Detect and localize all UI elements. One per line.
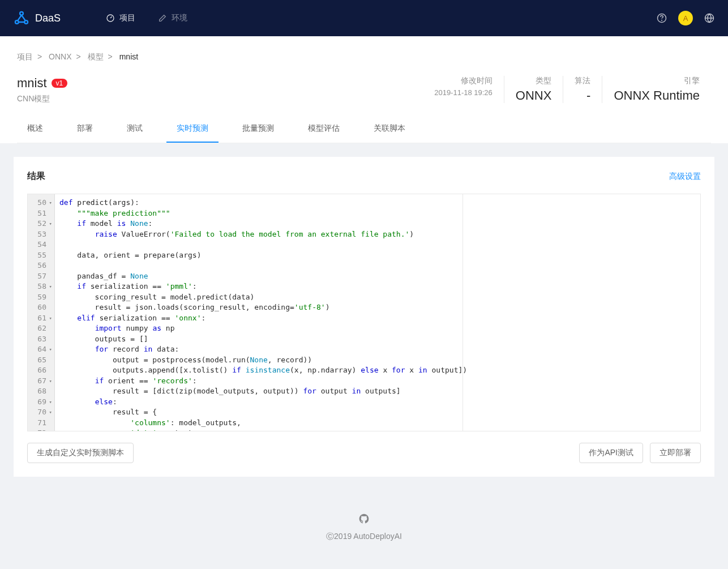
gutter-line: 61▾	[30, 313, 52, 324]
tab-5[interactable]: 模型评估	[298, 115, 350, 143]
breadcrumb-link[interactable]: ONNX	[49, 52, 71, 61]
help-icon[interactable]	[657, 13, 667, 23]
tab-0[interactable]: 概述	[17, 115, 53, 143]
gutter-line: 69▾	[30, 397, 52, 408]
gutter-line: 52▾	[30, 219, 52, 229]
tab-3[interactable]: 实时预测	[166, 115, 219, 143]
dashboard-icon	[106, 14, 115, 23]
advanced-settings-link[interactable]: 高级设置	[669, 172, 701, 182]
meta-item: 修改时间2019-11-18 19:26	[423, 76, 504, 103]
gutter-line: 50▾	[30, 198, 52, 208]
gutter-line: 62	[30, 323, 52, 334]
gutter-line: 64▾	[30, 344, 52, 355]
gutter-line: 58▾	[30, 281, 52, 292]
gutter-line: 70▾	[30, 407, 52, 418]
meta-value: -	[575, 88, 590, 103]
breadcrumb: 项目> ONNX> 模型> mnist	[17, 45, 711, 69]
breadcrumb-link[interactable]: 项目	[17, 52, 33, 61]
gutter-line: 68	[30, 386, 52, 397]
gutter-line: 67▾	[30, 376, 52, 387]
nav-item-environments[interactable]: 环境	[158, 13, 187, 23]
meta-item: 引擎ONNX Runtime	[602, 76, 711, 103]
tabs: 概述部署测试实时预测批量预测模型评估关联脚本	[17, 115, 711, 143]
gutter-line: 65	[30, 355, 52, 366]
test-api-button[interactable]: 作为API测试	[579, 443, 643, 463]
editor-code[interactable]: def predict(args): """make prediction"""…	[55, 194, 700, 431]
gutter-line: 53	[30, 229, 52, 240]
avatar[interactable]: A	[678, 11, 693, 25]
deploy-button[interactable]: 立即部署	[650, 443, 701, 463]
footer: Ⓒ2019 AutoDeployAI	[0, 490, 728, 564]
edit-icon	[158, 14, 167, 23]
svg-point-0	[20, 12, 23, 15]
tab-6[interactable]: 关联脚本	[363, 115, 416, 143]
gutter-line: 57	[30, 271, 52, 282]
github-icon[interactable]	[358, 513, 370, 526]
logo-text: DaaS	[35, 12, 61, 24]
meta-label: 类型	[516, 76, 552, 86]
gutter-line: 60	[30, 302, 52, 313]
version-badge: v1	[52, 79, 68, 88]
globe-icon[interactable]	[704, 13, 714, 23]
gutter-line: 59	[30, 292, 52, 303]
breadcrumb-current: mnist	[119, 52, 138, 61]
header-right: A	[657, 11, 714, 25]
page-subtitle: CNN模型	[17, 94, 423, 104]
page-title: mnist	[17, 76, 47, 91]
meta-label: 引擎	[614, 76, 700, 86]
breadcrumb-link[interactable]: 模型	[88, 52, 104, 61]
nav-label: 项目	[119, 13, 135, 23]
meta-value: ONNX Runtime	[614, 88, 700, 103]
meta-value: 2019-11-18 19:26	[434, 88, 493, 97]
logo-area[interactable]: DaaS	[14, 10, 61, 26]
gutter-line: 71	[30, 418, 52, 429]
gutter-line: 72	[30, 428, 52, 431]
result-panel: 结果 高级设置 50▾5152▾535455565758▾596061▾6263…	[14, 157, 714, 477]
svg-point-5	[662, 20, 662, 20]
meta-item: 类型ONNX	[504, 76, 563, 103]
panel-title: 结果	[27, 170, 45, 182]
gutter-line: 56	[30, 260, 52, 271]
nav-item-projects[interactable]: 项目	[106, 13, 135, 23]
logo-icon	[14, 10, 29, 26]
meta-grid: 修改时间2019-11-18 19:26类型ONNX算法-引擎ONNX Runt…	[423, 76, 711, 103]
content-header-area: 项目> ONNX> 模型> mnist mnist v1 CNN模型 修改时间2…	[0, 36, 728, 143]
editor-gutter: 50▾5152▾535455565758▾596061▾626364▾65666…	[28, 194, 55, 431]
gutter-line: 66	[30, 365, 52, 376]
tab-4[interactable]: 批量预测	[232, 115, 284, 143]
gutter-line: 54	[30, 239, 52, 250]
nav-items: 项目 环境	[106, 13, 657, 23]
copyright-text: Ⓒ2019 AutoDeployAI	[0, 532, 728, 542]
gutter-line: 51	[30, 208, 52, 219]
nav-label: 环境	[172, 13, 187, 23]
gutter-line: 63	[30, 334, 52, 345]
editor-margin-line	[463, 194, 463, 431]
meta-label: 修改时间	[434, 76, 493, 86]
page-header: mnist v1 CNN模型 修改时间2019-11-18 19:26类型ONN…	[17, 69, 711, 115]
gutter-line: 55	[30, 250, 52, 261]
meta-value: ONNX	[516, 88, 552, 103]
generate-script-button[interactable]: 生成自定义实时预测脚本	[27, 443, 134, 463]
meta-item: 算法-	[563, 76, 602, 103]
code-editor[interactable]: 50▾5152▾535455565758▾596061▾626364▾65666…	[27, 194, 701, 431]
app-header: DaaS 项目 环境 A	[0, 0, 728, 36]
meta-label: 算法	[575, 76, 590, 86]
tab-2[interactable]: 测试	[117, 115, 153, 143]
tab-1[interactable]: 部署	[67, 115, 103, 143]
